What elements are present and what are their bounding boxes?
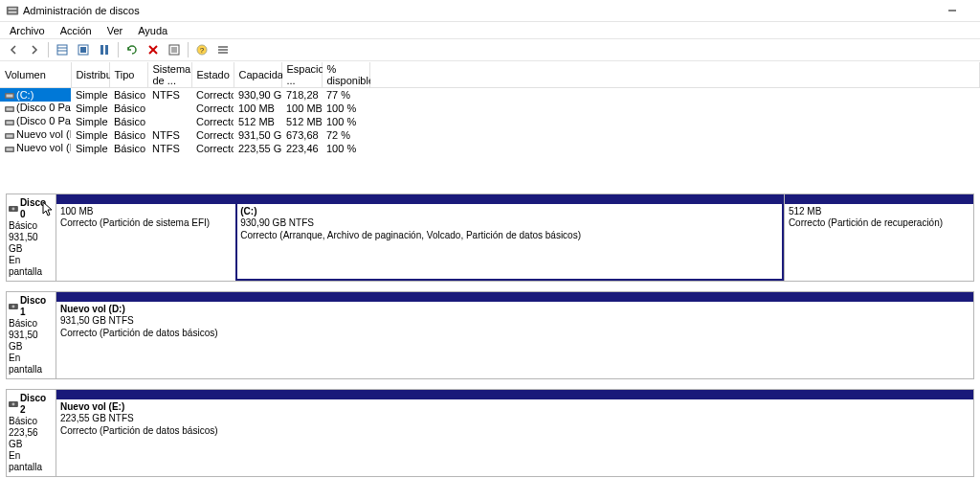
col-capacity[interactable]: Capacidad xyxy=(234,62,281,88)
window-controls xyxy=(930,0,974,21)
svg-rect-0 xyxy=(7,7,18,15)
partitions-container: Nuevo vol (E:)223,55 GB NTFSCorrecto (Pa… xyxy=(56,390,973,476)
column-headers[interactable]: Volumen Distribución Tipo Sistema de ...… xyxy=(0,62,980,88)
menu-bar: Archivo Acción Ver Ayuda xyxy=(0,21,980,38)
cell-layout: Simple xyxy=(71,142,109,155)
table-row[interactable]: Nuevo vol (E:)SimpleBásicoNTFSCorrecto (… xyxy=(0,142,980,155)
window-title: Administración de discos xyxy=(23,5,140,16)
back-button[interactable] xyxy=(4,40,23,59)
cell-type: Básico xyxy=(109,115,147,128)
disk-row[interactable]: Disco 2Básico223,56 GBEn pantallaNuevo v… xyxy=(6,389,974,477)
partition[interactable]: 100 MBCorrecto (Partición de sistema EFI… xyxy=(56,194,235,281)
col-free[interactable]: Espacio ... xyxy=(281,62,322,88)
partition-status: Correcto (Partición de sistema EFI) xyxy=(60,217,232,230)
svg-rect-29 xyxy=(7,134,13,137)
col-status[interactable]: Estado xyxy=(191,62,234,88)
cell-volume: (C:) xyxy=(0,88,71,102)
table-row[interactable]: (Disco 0 Partición 4)SimpleBásicoCorrect… xyxy=(0,115,980,128)
svg-rect-20 xyxy=(218,49,228,51)
col-layout[interactable]: Distribución xyxy=(71,62,109,88)
partition[interactable]: (C:)930,90 GB NTFSCorrecto (Arranque, Ar… xyxy=(235,194,784,281)
partition-bar xyxy=(785,194,973,204)
partition-size: 931,50 GB NTFS xyxy=(60,315,969,328)
delete-button[interactable] xyxy=(144,40,163,59)
cell-free: 100 MB xyxy=(281,102,322,115)
partition[interactable]: Nuevo vol (D:)931,50 GB NTFSCorrecto (Pa… xyxy=(56,292,973,378)
partition[interactable]: 512 MBCorrecto (Partición de recuperació… xyxy=(784,194,973,281)
list-view-button[interactable] xyxy=(213,40,233,59)
disk-size: 223,56 GB xyxy=(9,427,54,450)
cell-status: Correcto (... xyxy=(191,88,234,102)
disk-row[interactable]: Disco 0Básico931,50 GBEn pantalla100 MBC… xyxy=(6,194,974,282)
cell-volume: (Disco 0 Partición 1) xyxy=(0,102,71,115)
menu-help[interactable]: Ayuda xyxy=(130,24,175,37)
svg-text:?: ? xyxy=(200,46,205,55)
disk-header[interactable]: Disco 0Básico931,50 GBEn pantalla xyxy=(7,194,56,281)
graphical-view[interactable]: Disco 0Básico931,50 GBEn pantalla100 MBC… xyxy=(0,194,980,477)
partition-bar xyxy=(56,390,973,399)
disk-status: En pantalla xyxy=(9,255,54,278)
menu-view[interactable]: Ver xyxy=(100,24,131,37)
cell-pct: 100 % xyxy=(322,142,369,155)
toolbar: ? xyxy=(0,38,980,61)
cell-layout: Simple xyxy=(71,128,109,142)
minimize-button[interactable] xyxy=(930,0,974,21)
cell-type: Básico xyxy=(109,128,147,142)
svg-point-37 xyxy=(11,402,14,405)
cell-capacity: 931,50 GB xyxy=(234,128,281,142)
col-filler xyxy=(369,62,980,88)
cell-free: 673,68 GB xyxy=(281,128,322,142)
disk-header[interactable]: Disco 1Básico931,50 GBEn pantalla xyxy=(7,292,56,378)
cell-layout: Simple xyxy=(71,115,109,128)
forward-button[interactable] xyxy=(25,40,44,59)
cell-volume: (Disco 0 Partición 4) xyxy=(0,115,71,128)
cell-free: 718,28 GB xyxy=(281,88,322,102)
col-volume[interactable]: Volumen xyxy=(0,62,71,88)
partitions-container: Nuevo vol (D:)931,50 GB NTFSCorrecto (Pa… xyxy=(56,292,973,378)
cell-fs xyxy=(147,115,191,128)
partition-size: 223,55 GB NTFS xyxy=(60,413,969,425)
toolbar-separator xyxy=(118,42,119,57)
action-refresh-button[interactable] xyxy=(122,40,142,59)
refresh-button[interactable] xyxy=(74,40,93,59)
settings-button[interactable] xyxy=(95,40,114,59)
cell-fs xyxy=(147,102,191,115)
partition-title: (C:) xyxy=(240,206,780,218)
volume-list[interactable]: Volumen Distribución Tipo Sistema de ...… xyxy=(0,61,980,155)
partition-bar xyxy=(56,194,235,204)
cell-layout: Simple xyxy=(71,88,109,102)
properties-button[interactable] xyxy=(165,40,184,59)
disk-status: En pantalla xyxy=(9,450,54,473)
disk-type: Básico xyxy=(9,416,54,427)
disk-row[interactable]: Disco 1Básico931,50 GBEn pantallaNuevo v… xyxy=(6,291,974,379)
svg-rect-4 xyxy=(57,45,67,55)
col-pct[interactable]: % disponible xyxy=(322,62,369,88)
svg-rect-8 xyxy=(80,47,86,53)
cell-status: Correcto (... xyxy=(191,142,234,155)
help-button[interactable]: ? xyxy=(192,40,212,59)
table-row[interactable]: Nuevo vol (D:)SimpleBásicoNTFSCorrecto (… xyxy=(0,128,980,142)
partition-size: 100 MB xyxy=(60,206,232,218)
table-row[interactable]: (Disco 0 Partición 1)SimpleBásicoCorrect… xyxy=(0,102,980,115)
disk-header[interactable]: Disco 2Básico223,56 GBEn pantalla xyxy=(7,390,56,476)
svg-rect-27 xyxy=(7,121,13,124)
cell-fs: NTFS xyxy=(147,142,191,155)
partition-size: 512 MB xyxy=(789,206,969,218)
partition[interactable]: Nuevo vol (E:)223,55 GB NTFSCorrecto (Pa… xyxy=(56,390,973,476)
table-row[interactable]: (C:)SimpleBásicoNTFSCorrecto (...930,90 … xyxy=(0,88,980,102)
cell-status: Correcto (... xyxy=(191,128,234,142)
disk-type: Básico xyxy=(9,220,54,232)
menu-file[interactable]: Archivo xyxy=(2,24,53,37)
cell-layout: Simple xyxy=(71,102,109,115)
disk-type: Básico xyxy=(9,318,54,330)
title-bar: Administración de discos xyxy=(0,0,980,21)
view-list-button[interactable] xyxy=(53,40,72,59)
partition-status: Correcto (Arranque, Archivo de paginació… xyxy=(240,230,780,242)
partition-bar xyxy=(56,292,973,302)
cell-type: Básico xyxy=(109,88,147,102)
cell-type: Básico xyxy=(109,142,147,155)
menu-action[interactable]: Acción xyxy=(53,24,100,37)
col-fs[interactable]: Sistema de ... xyxy=(147,62,191,88)
svg-rect-10 xyxy=(105,45,108,55)
col-type[interactable]: Tipo xyxy=(109,62,147,88)
